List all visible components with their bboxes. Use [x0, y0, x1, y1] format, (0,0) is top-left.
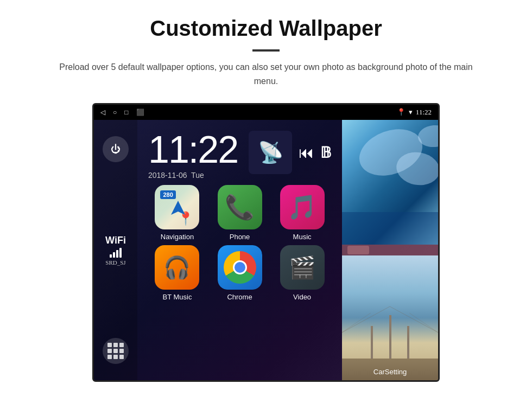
app-item-video[interactable]: 🎬 Video [273, 245, 331, 301]
wifi-bar-3 [116, 250, 118, 258]
clock-time: 11:22 [148, 131, 238, 169]
navigation-app-icon: 280 📍 [155, 185, 199, 229]
wifi-ssid: SRD_SJ [105, 259, 125, 266]
wifi-bar-4 [119, 248, 122, 258]
chrome-label: Chrome [227, 293, 252, 301]
app-item-navigation[interactable]: 280 📍 Navigation [148, 185, 206, 241]
title-divider [252, 49, 280, 52]
chrome-app-icon [218, 245, 262, 290]
pink-strip [342, 245, 438, 255]
location-icon: 📍 [397, 108, 406, 117]
app-item-music[interactable]: 🎵 Music [273, 185, 331, 241]
nav-badge: 280 [160, 190, 175, 199]
grid-dot [107, 355, 112, 359]
screenshot-icon: ⬛ [136, 108, 144, 117]
nav-arrow-icon [170, 200, 186, 216]
phone-label: Phone [230, 233, 250, 241]
status-bar-right: 📍 ▾ 11:22 [397, 108, 432, 117]
power-icon: ⏻ [111, 144, 121, 155]
clock-display: 11:22 2018-11-06 Tue [148, 131, 238, 180]
svg-marker-0 [171, 201, 185, 215]
home-nav-icon[interactable]: ○ [113, 108, 117, 117]
grid-dot [113, 349, 118, 353]
apps-button[interactable] [103, 338, 129, 364]
music-app-icon: 🎵 [280, 185, 325, 229]
btmusic-label: BT Music [163, 293, 192, 301]
bridge-cables-svg [342, 293, 438, 359]
android-screen-wrapper: ◁ ○ □ ⬛ 📍 ▾ 11:22 ⏻ WiFi [33, 103, 499, 382]
right-images: CarSetting [342, 120, 438, 380]
music-label: Music [293, 233, 312, 241]
center-area: 11:22 2018-11-06 Tue 📡 ⏮ 𝔹 [137, 120, 342, 380]
ice-shapes [342, 120, 438, 245]
wifi-status-icon: ▾ [409, 108, 413, 117]
chrome-bg [218, 245, 262, 290]
radio-icon-box[interactable]: 📡 [249, 131, 292, 174]
power-button[interactable]: ⏻ [103, 136, 129, 162]
svg-line-2 [390, 306, 438, 332]
left-sidebar: ⏻ WiFi SRD_SJ [94, 120, 137, 380]
wifi-radio-icon: 📡 [258, 140, 283, 164]
app-grid: 280 📍 Navigation 📞 [137, 180, 342, 306]
phone-icon: 📞 [225, 193, 255, 221]
grid-dot [107, 349, 112, 353]
grid-dot [113, 343, 118, 347]
svg-line-3 [342, 313, 371, 332]
video-label: Video [293, 293, 311, 301]
apps-grid-icon [107, 343, 124, 359]
video-app-icon: 🎬 [280, 245, 325, 290]
page-title: Customized Wallpaper [150, 16, 382, 41]
wallpaper-bridge-image: CarSetting [342, 255, 438, 380]
video-icon: 🎬 [289, 255, 316, 280]
grid-dot [119, 343, 124, 347]
clock-section: 11:22 2018-11-06 Tue 📡 ⏮ 𝔹 [137, 120, 342, 180]
car-setting-label: CarSetting [342, 368, 438, 376]
grid-dot [119, 355, 124, 359]
status-bar-left: ◁ ○ □ ⬛ [100, 108, 144, 117]
status-time: 11:22 [416, 108, 432, 117]
wifi-bar-1 [110, 254, 112, 258]
recent-nav-icon[interactable]: □ [124, 108, 128, 117]
bluetooth-music-icon: 🎧 [163, 255, 191, 280]
navigation-label: Navigation [161, 233, 194, 241]
android-device: ◁ ○ □ ⬛ 📍 ▾ 11:22 ⏻ WiFi [92, 103, 440, 382]
clock-date: 2018-11-06 Tue [148, 171, 238, 180]
grid-dot [107, 343, 112, 347]
grid-dot [113, 355, 118, 359]
music-icon: 🎵 [287, 193, 317, 221]
svg-line-4 [409, 313, 438, 332]
app-partial [347, 246, 369, 254]
bluetooth-icon: 𝔹 [320, 144, 331, 162]
app-item-chrome[interactable]: Chrome [211, 245, 269, 301]
btmusic-app-icon: 🎧 [155, 245, 199, 290]
chrome-outer-ring [224, 251, 256, 284]
app-item-phone[interactable]: 📞 Phone [211, 185, 269, 241]
main-content: ⏻ WiFi SRD_SJ [94, 120, 438, 380]
app-item-btmusic[interactable]: 🎧 BT Music [148, 245, 206, 301]
skip-icon[interactable]: ⏮ [299, 144, 314, 162]
wifi-label: WiFi [105, 235, 126, 246]
wallpaper-glacier-image [342, 120, 438, 245]
wifi-bars [110, 248, 122, 258]
grid-dot [119, 349, 124, 353]
wifi-widget: WiFi SRD_SJ [105, 235, 126, 266]
top-icons: 📡 ⏮ 𝔹 [249, 131, 331, 174]
chrome-inner-circle [233, 260, 247, 274]
phone-app-icon: 📞 [218, 185, 262, 229]
wifi-bar-2 [113, 252, 115, 258]
nav-map-background: 280 📍 [155, 185, 199, 229]
back-nav-icon[interactable]: ◁ [100, 108, 105, 117]
water-reflection [342, 212, 438, 245]
status-bar: ◁ ○ □ ⬛ 📍 ▾ 11:22 [94, 105, 438, 120]
page-description: Preload over 5 default wallpaper options… [54, 60, 478, 88]
svg-line-1 [342, 306, 390, 332]
